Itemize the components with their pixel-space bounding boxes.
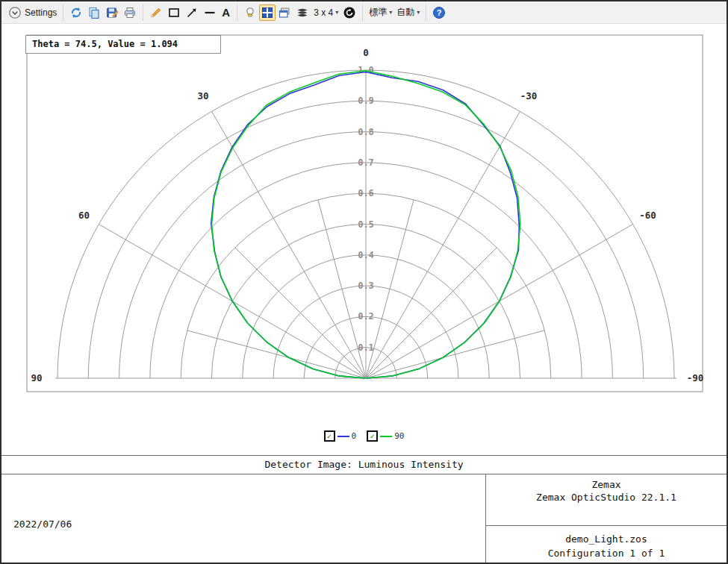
tile-windows-button[interactable]: [259, 4, 276, 21]
polar-major-spoke: [366, 111, 520, 378]
polar-minor-spoke: [366, 330, 544, 378]
lamp-button[interactable]: [241, 4, 259, 21]
angle-tick-label: 0: [363, 47, 369, 58]
toolbar-separator: [63, 4, 63, 21]
radial-tick-label: 0.2: [358, 311, 374, 322]
footer-file-block: demo_Light.zos Configuration 1 of 1: [486, 526, 727, 560]
radial-tick-label: 0.5: [358, 219, 374, 230]
line-tool-icon: [203, 6, 217, 19]
legend-swatch-0: [337, 436, 349, 437]
angle-tick-label: 30: [197, 90, 208, 101]
radial-tick-label: 0.1: [358, 342, 374, 353]
reset-clock-icon: [343, 6, 356, 19]
toolbar-separator: [237, 4, 237, 21]
reset-clock-button[interactable]: [340, 4, 358, 21]
legend-checkbox-90[interactable]: ✓: [367, 430, 378, 442]
grid-size-dropdown[interactable]: 3 x 4 ▾: [311, 6, 340, 19]
footer-file-name: demo_Light.zos: [486, 532, 727, 546]
pencil-icon: [149, 6, 163, 19]
print-button[interactable]: [121, 4, 139, 21]
annotate-arrow-button[interactable]: [183, 4, 201, 21]
copy-button[interactable]: [85, 4, 103, 21]
copy-icon: [87, 6, 101, 19]
chevron-down-icon: ▾: [335, 9, 338, 16]
legend-item-90: ✓ 90: [367, 430, 404, 442]
legend-item-0: ✓ 0: [324, 430, 357, 442]
footer-configuration: Configuration 1 of 1: [486, 546, 727, 560]
legend-label-90: 90: [394, 431, 404, 441]
footer-app-version: Zemax OpticStudio 22.1.1: [486, 491, 727, 504]
toolbar-separator: [143, 4, 143, 21]
legend: ✓ 0 ✓ 90: [1, 430, 727, 442]
radial-tick-label: 0.9: [358, 95, 374, 106]
text-tool-icon: A: [222, 6, 230, 19]
toolbar: Settings: [1, 1, 727, 24]
help-icon: ?: [432, 6, 446, 19]
polar-plot-canvas[interactable]: 9060300-30-60-900.10.20.30.40.50.60.70.8…: [1, 24, 728, 430]
radial-tick-label: 0.4: [358, 250, 374, 260]
toolbar-separator: [426, 4, 426, 21]
lamp-icon: [243, 6, 257, 19]
refresh-icon: [69, 6, 83, 19]
polar-major-spoke: [212, 111, 367, 378]
plot-frame: [27, 35, 703, 392]
legend-label-0: 0: [352, 431, 357, 441]
legend-swatch-90: [380, 436, 392, 437]
chevron-down-icon: ▾: [389, 9, 392, 16]
auto-dropdown[interactable]: 自動 ▾: [394, 4, 422, 20]
standard-label: 標準: [369, 6, 387, 19]
chevron-down-icon: ▾: [417, 9, 420, 16]
footer-info-block: 2022/07/06 Detector 2, NSCG Surface 1: S…: [13, 489, 276, 564]
polar-minor-spoke: [366, 248, 497, 378]
cursor-readout-text: Theta = 74.5, Value = 1.094: [32, 39, 178, 49]
layers-icon: [296, 6, 309, 19]
radial-tick-label: 0.6: [358, 188, 374, 198]
radial-tick-label: 0.8: [358, 127, 374, 137]
annotate-text-button[interactable]: A: [219, 6, 233, 19]
tile-windows-icon: [261, 6, 274, 19]
angle-tick-label: -30: [520, 90, 538, 101]
grid-size-label: 3 x 4: [314, 7, 333, 18]
settings-label: Settings: [25, 7, 57, 18]
cursor-readout-box: Theta = 74.5, Value = 1.094: [25, 35, 221, 54]
angle-tick-label: 60: [78, 210, 90, 221]
legend-checkbox-0[interactable]: ✓: [324, 430, 335, 442]
refresh-button[interactable]: [67, 4, 85, 21]
settings-chevron-icon: [8, 6, 22, 19]
rectangle-tool-icon: [167, 6, 181, 19]
annotate-rectangle-button[interactable]: [165, 4, 183, 21]
save-icon: [105, 6, 119, 19]
radial-tick-label: 0.3: [358, 281, 374, 291]
plot-title: Detector Image: Luminous Intensity: [1, 455, 727, 474]
angle-tick-label: -90: [687, 372, 704, 383]
annotate-pencil-button[interactable]: [147, 4, 165, 21]
cascade-windows-button[interactable]: [276, 4, 293, 21]
angle-tick-label: -60: [639, 210, 656, 221]
polar-minor-spoke: [187, 330, 366, 378]
annotate-line-button[interactable]: [201, 4, 219, 21]
cascade-windows-icon: [278, 6, 291, 19]
settings-button[interactable]: Settings: [6, 4, 59, 21]
footer-app-block: Zemax Zemax OpticStudio 22.1.1: [486, 474, 727, 526]
print-icon: [123, 6, 137, 19]
polar-minor-spoke: [235, 248, 366, 378]
angle-tick-label: 90: [31, 372, 42, 383]
toolbar-separator: [362, 4, 363, 21]
auto-label: 自動: [396, 6, 414, 19]
standard-dropdown[interactable]: 標準 ▾: [367, 4, 394, 20]
radial-tick-label: 0.7: [358, 157, 374, 168]
save-button[interactable]: [103, 4, 121, 21]
footer-date: 2022/07/06: [13, 517, 276, 531]
help-button[interactable]: ?: [430, 4, 448, 21]
footer-app-name: Zemax: [486, 478, 727, 491]
svg-text:?: ?: [437, 8, 442, 17]
arrow-tool-icon: [185, 6, 199, 19]
layers-button[interactable]: [293, 4, 311, 21]
zemax-plot-window: Settings: [0, 0, 728, 564]
footer-detector: Detector 2, NSCG Surface 1:: [13, 560, 276, 564]
